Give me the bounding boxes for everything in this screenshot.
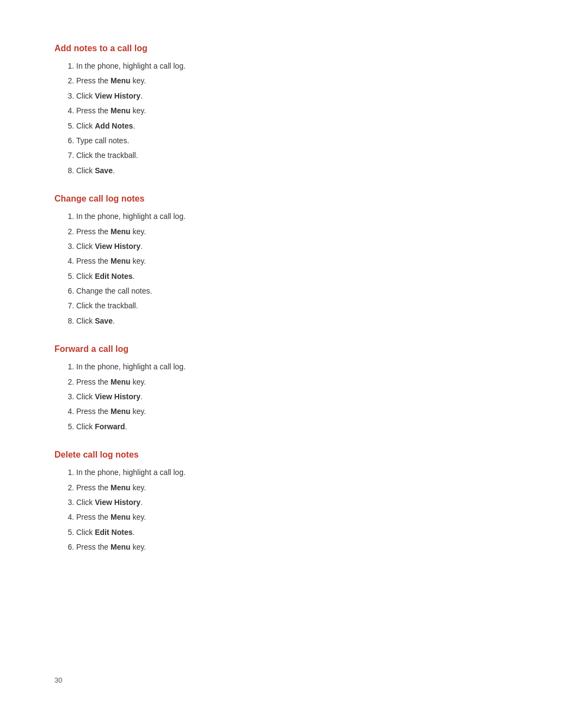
list-item: Click Edit Notes. bbox=[76, 270, 534, 282]
list-item: Click Save. bbox=[76, 315, 534, 327]
section-title-delete-notes: Delete call log notes bbox=[54, 450, 534, 460]
list-item: Click View History. bbox=[76, 240, 534, 252]
list-item: Click Save. bbox=[76, 165, 534, 176]
list-item: Press the Menu key. bbox=[76, 75, 534, 87]
list-item: Click the trackball. bbox=[76, 300, 534, 312]
list-item: Click Add Notes. bbox=[76, 120, 534, 132]
section-title-add-notes: Add notes to a call log bbox=[54, 44, 534, 53]
list-item: Press the Menu key. bbox=[76, 541, 534, 553]
list-item: Press the Menu key. bbox=[76, 376, 534, 388]
section-title-change-notes: Change call log notes bbox=[54, 194, 534, 204]
bold-text: View History bbox=[95, 498, 140, 507]
list-item: Press the Menu key. bbox=[76, 405, 534, 417]
list-item: Click Edit Notes. bbox=[76, 526, 534, 538]
steps-list-add-notes: In the phone, highlight a call log. Pres… bbox=[54, 60, 534, 176]
list-item: Click View History. bbox=[76, 496, 534, 508]
page-number: 30 bbox=[54, 676, 62, 684]
list-item: Press the Menu key. bbox=[76, 511, 534, 523]
list-item: Click View History. bbox=[76, 90, 534, 102]
list-item: Press the Menu key. bbox=[76, 482, 534, 494]
list-item: In the phone, highlight a call log. bbox=[76, 361, 534, 373]
bold-text: Menu bbox=[111, 407, 131, 416]
section-delete-notes: Delete call log notes In the phone, high… bbox=[54, 450, 534, 553]
bold-text: Edit Notes bbox=[95, 272, 132, 281]
steps-list-change-notes: In the phone, highlight a call log. Pres… bbox=[54, 210, 534, 327]
steps-list-delete-notes: In the phone, highlight a call log. Pres… bbox=[54, 466, 534, 553]
bold-text: View History bbox=[95, 242, 140, 251]
bold-text: View History bbox=[95, 392, 140, 401]
list-item: In the phone, highlight a call log. bbox=[76, 60, 534, 72]
bold-text: Menu bbox=[111, 378, 131, 386]
bold-text: Menu bbox=[111, 257, 131, 265]
bold-text: Menu bbox=[111, 483, 131, 492]
list-item: In the phone, highlight a call log. bbox=[76, 210, 534, 222]
bold-text: View History bbox=[95, 92, 140, 100]
list-item: Press the Menu key. bbox=[76, 105, 534, 117]
bold-text: Add Notes bbox=[95, 121, 133, 130]
bold-text: Edit Notes bbox=[95, 528, 132, 537]
list-item: In the phone, highlight a call log. bbox=[76, 466, 534, 478]
list-item: Click View History. bbox=[76, 391, 534, 403]
bold-text: Menu bbox=[111, 513, 131, 521]
list-item: Click the trackball. bbox=[76, 149, 534, 161]
section-add-notes: Add notes to a call log In the phone, hi… bbox=[54, 44, 534, 176]
section-forward-call: Forward a call log In the phone, highlig… bbox=[54, 344, 534, 433]
bold-text: Forward bbox=[95, 422, 125, 431]
section-change-notes: Change call log notes In the phone, high… bbox=[54, 194, 534, 327]
page-container: Add notes to a call log In the phone, hi… bbox=[0, 0, 588, 604]
steps-list-forward-call: In the phone, highlight a call log. Pres… bbox=[54, 361, 534, 433]
bold-text: Menu bbox=[111, 543, 131, 551]
list-item: Press the Menu key. bbox=[76, 255, 534, 267]
bold-text: Save bbox=[95, 317, 113, 325]
bold-text: Save bbox=[95, 166, 113, 175]
bold-text: Menu bbox=[111, 106, 131, 115]
list-item: Press the Menu key. bbox=[76, 226, 534, 238]
bold-text: Menu bbox=[111, 227, 131, 236]
bold-text: Menu bbox=[111, 76, 131, 85]
section-title-forward-call: Forward a call log bbox=[54, 344, 534, 354]
list-item: Change the call notes. bbox=[76, 285, 534, 297]
list-item: Click Forward. bbox=[76, 421, 534, 433]
list-item: Type call notes. bbox=[76, 135, 534, 147]
